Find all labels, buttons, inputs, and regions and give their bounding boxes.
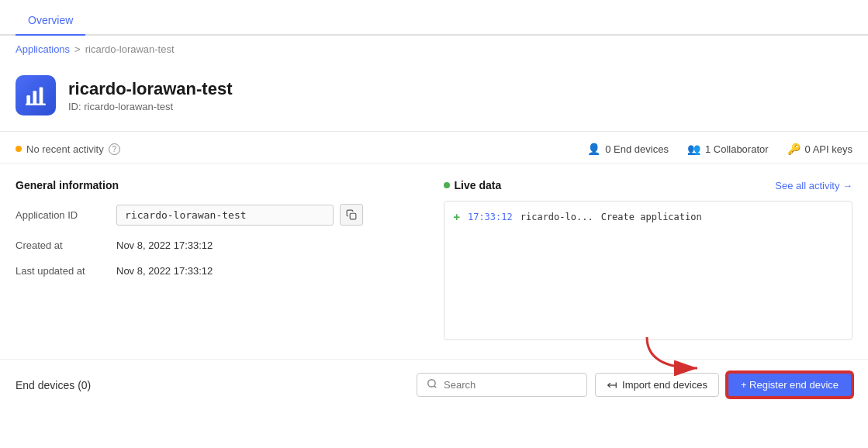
end-devices-label: End devices (0) [16,379,91,391]
log-event: Create application [601,212,702,222]
svg-rect-2 [40,88,43,105]
svg-point-6 [428,380,435,387]
see-all-activity-link[interactable]: See all activity → [775,180,852,191]
label-application-id: Application ID [16,209,116,221]
stat-collaborators[interactable]: 👥 1 Collaborator [687,143,769,155]
label-created-at: Created at [16,240,116,251]
live-data-box: + 17:33:12 ricardo-lo... Create applicat… [444,201,853,340]
bottom-section: End devices (0) Import end devices [0,359,868,410]
bottom-actions: Import end devices + Register end device [417,372,852,398]
end-devices-count: 0 End devices [605,143,669,155]
collaborators-count: 1 Collaborator [705,143,769,155]
live-dot [444,182,450,188]
svg-rect-4 [350,213,356,219]
no-activity: No recent activity ? [16,143,120,155]
app-name: ricardo-lorawan-test [68,79,233,99]
live-data-label: Live data [455,179,502,191]
right-panel: Live data See all activity → + 17:33:12 … [444,179,853,340]
application-id-input[interactable] [116,205,334,226]
collaborators-icon: 👥 [687,143,700,155]
help-icon[interactable]: ? [109,143,120,155]
main-content: General information Application ID Creat… [0,167,868,353]
svg-line-7 [434,386,437,388]
field-application-id: Application ID [16,204,425,226]
live-data-title: Live data [444,179,502,191]
breadcrumb: Applications > ricardo-lorawan-test [0,36,868,63]
app-title-block: ricardo-lorawan-test ID: ricardo-lorawan… [68,79,233,112]
import-icon [607,380,617,391]
stat-end-devices[interactable]: 👤 0 End devices [587,143,669,155]
app-header: ricardo-lorawan-test ID: ricardo-lorawan… [0,63,868,131]
stat-api-keys[interactable]: 🔑 0 API keys [787,143,852,155]
svg-rect-1 [33,91,37,105]
breadcrumb-current: ricardo-lorawan-test [85,43,175,55]
register-btn-label: + Register end device [741,379,839,391]
breadcrumb-separator: > [74,43,81,55]
no-activity-label: No recent activity [26,143,104,155]
api-keys-icon: 🔑 [787,143,801,155]
import-btn-label: Import end devices [622,379,707,391]
value-last-updated: Nov 8, 2022 17:33:12 [116,265,213,277]
general-info-title: General information [16,179,425,191]
status-bar: No recent activity ? 👤 0 End devices 👥 1… [0,135,868,164]
copy-application-id-button[interactable] [340,204,363,226]
search-box[interactable] [417,373,587,397]
field-last-updated: Last updated at Nov 8, 2022 17:33:12 [16,265,425,277]
log-time: 17:33:12 [468,212,513,222]
svg-rect-3 [26,104,46,105]
search-icon [427,378,437,391]
log-source: ricardo-lo... [520,212,593,222]
search-input[interactable] [444,379,577,391]
svg-rect-0 [26,95,30,105]
stats-bar: 👤 0 End devices 👥 1 Collaborator 🔑 0 API… [587,143,852,155]
api-keys-count: 0 API keys [805,143,852,155]
log-plus-icon: + [454,211,460,223]
value-created-at: Nov 8, 2022 17:33:12 [116,240,213,251]
breadcrumb-parent[interactable]: Applications [16,43,70,55]
register-end-device-button[interactable]: + Register end device [727,372,852,398]
label-last-updated: Last updated at [16,265,116,277]
live-data-header: Live data See all activity → [444,179,853,191]
bar-chart-icon [25,84,47,106]
import-end-devices-button[interactable]: Import end devices [595,373,719,397]
app-icon [16,75,56,115]
application-id-input-group [116,204,363,226]
log-entry: + 17:33:12 ricardo-lo... Create applicat… [454,211,843,223]
app-id: ID: ricardo-lorawan-test [68,101,233,112]
end-devices-icon: 👤 [587,143,600,155]
field-created-at: Created at Nov 8, 2022 17:33:12 [16,240,425,251]
top-bar: Overview [0,0,868,36]
tab-overview[interactable]: Overview [16,6,85,36]
left-panel: General information Application ID Creat… [16,179,425,340]
activity-dot [16,146,22,152]
